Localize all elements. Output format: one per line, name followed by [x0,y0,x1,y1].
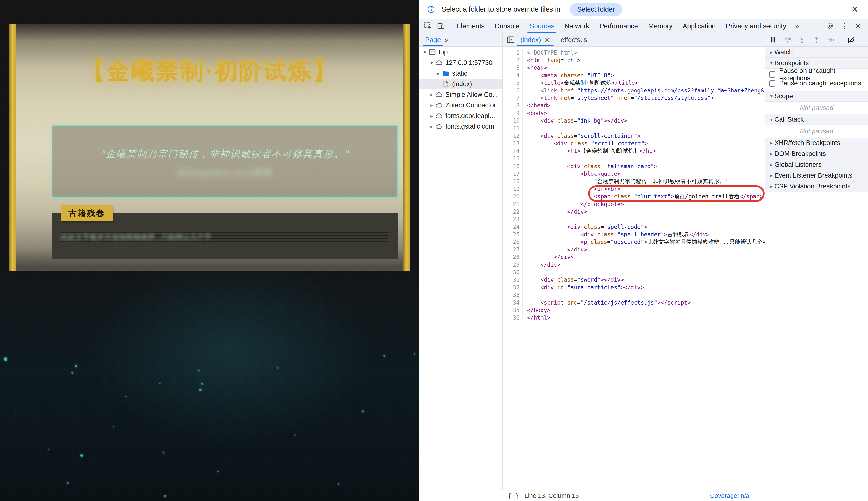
code-line-14[interactable]: 14 <h1>【金曦禁制·初阶试炼】</h1> [503,147,765,155]
devtools-kebab-menu-icon[interactable]: ⋮ [841,21,848,31]
section-expand-arrow-icon[interactable]: ▸ [768,162,774,168]
code-line-35[interactable]: 35</body> [503,306,765,314]
line-number[interactable]: 25 [503,231,523,238]
code-line-12[interactable]: 12 <div class="scroll-container"> [503,132,765,139]
tab-elements[interactable]: Elements [451,19,490,33]
infobar-close-icon[interactable]: ✕ [851,4,858,14]
select-folder-button[interactable]: Select folder [570,3,622,16]
code-line-15[interactable]: 15 [503,155,765,162]
line-number[interactable]: 13 [503,140,523,147]
section-expand-arrow-icon[interactable]: ▾ [768,93,774,99]
code-line-3[interactable]: 3<head> [503,64,765,72]
line-number[interactable]: 14 [503,147,523,155]
code-line-4[interactable]: 4 <meta charset="UTF-8"> [503,72,765,79]
line-number[interactable]: 17 [503,170,523,177]
line-number[interactable]: 7 [503,94,523,102]
tree-item--index-[interactable]: (index) [419,79,503,89]
line-number[interactable]: 23 [503,215,523,223]
code-line-9[interactable]: 9<body> [503,109,765,117]
file-tab-effects-js[interactable]: effects.js [555,33,592,46]
line-number[interactable]: 19 [503,185,523,193]
tree-item-127-0-0-1-57730[interactable]: ▾127.0.0.1:57730 [419,57,503,68]
tab-sources[interactable]: Sources [525,19,559,33]
code-line-31[interactable]: 31 <div class="sword"></div> [503,276,765,284]
sidebar-section-event-listener-breakpoints[interactable]: ▸Event Listener Breakpoints [765,170,868,181]
code-line-29[interactable]: 29 </div> [503,261,765,268]
line-number[interactable]: 11 [503,125,523,132]
coverage-link[interactable]: Coverage: n/a [710,492,749,500]
deactivate-breakpoints-icon[interactable] [847,35,856,44]
sidebar-section-watch[interactable]: ▸Watch [765,47,868,58]
line-number[interactable]: 30 [503,268,523,276]
tree-expand-arrow-icon[interactable]: ▾ [428,60,435,66]
line-number[interactable]: 16 [503,162,523,170]
toggle-navigator-icon[interactable] [506,35,515,44]
line-number[interactable]: 28 [503,253,523,261]
code-line-34[interactable]: 34 <script src="/static/js/effects.js"><… [503,299,765,306]
line-number[interactable]: 36 [503,314,523,321]
line-number[interactable]: 10 [503,117,523,125]
pretty-print-icon[interactable]: { } [508,492,519,499]
file-tab--index-[interactable]: (index)✕ [515,33,555,46]
tab-network[interactable]: Network [559,19,594,33]
sidebar-section-csp-violation-breakpoints[interactable]: ▸CSP Violation Breakpoints [765,181,868,192]
tree-expand-arrow-icon[interactable]: ▸ [428,92,435,97]
section-expand-arrow-icon[interactable]: ▸ [768,184,774,189]
line-number[interactable]: 29 [503,261,523,268]
line-number[interactable]: 8 [503,102,523,109]
device-toolbar-icon[interactable] [437,22,445,30]
line-number[interactable]: 1 [503,49,523,56]
code-line-17[interactable]: 17 <blockquote> [503,170,765,177]
code-line-21[interactable]: 21 </blockquote> [503,200,765,208]
navigator-tab-page[interactable]: Page [423,33,443,46]
line-number[interactable]: 5 [503,79,523,87]
checkbox-row-pause-on-uncaught-exceptions[interactable]: Pause on uncaught exceptions [765,70,868,79]
line-number[interactable]: 22 [503,208,523,215]
tab-application[interactable]: Application [678,19,721,33]
tab-memory[interactable]: Memory [643,19,678,33]
close-tab-icon[interactable]: ✕ [545,36,550,44]
section-expand-arrow-icon[interactable]: ▾ [768,117,774,122]
code-line-2[interactable]: 2<html lang="zh"> [503,56,765,64]
code-line-16[interactable]: 16 <div class="talisman-card"> [503,162,765,170]
tree-item-fonts-gstatic-com[interactable]: ▸fonts.gstatic.com [419,121,503,132]
code-line-25[interactable]: 25 <div class="spell-header">古籍残卷</div> [503,231,765,238]
line-number[interactable]: 33 [503,291,523,299]
line-number[interactable]: 24 [503,223,523,231]
code-line-8[interactable]: 8</head> [503,102,765,109]
settings-gear-icon[interactable] [826,22,835,30]
code-line-13[interactable]: 13 <div class="scroll-content"> [503,140,765,147]
code-line-36[interactable]: 36</html> [503,314,765,321]
line-number[interactable]: 31 [503,276,523,284]
code-line-24[interactable]: 24 <div class="spell-code"> [503,223,765,231]
code-line-19[interactable]: 19 <br><br> [503,185,765,193]
section-expand-arrow-icon[interactable]: ▸ [768,50,774,55]
tab-console[interactable]: Console [490,19,525,33]
tree-expand-arrow-icon[interactable]: ▸ [428,124,435,129]
code-line-20[interactable]: 20 <span class="blur-text">前往/golden_tra… [503,193,765,200]
tree-expand-arrow-icon[interactable]: ▸ [428,103,435,108]
code-line-30[interactable]: 30 [503,268,765,276]
code-line-28[interactable]: 28 </div> [503,253,765,261]
tree-expand-arrow-icon[interactable]: ▸ [428,113,435,119]
line-number[interactable]: 26 [503,238,523,246]
code-line-5[interactable]: 5 <title>金曦禁制·初阶试炼</title> [503,79,765,87]
line-number[interactable]: 2 [503,56,523,64]
line-number[interactable]: 12 [503,132,523,139]
tree-item-simple-allow-co-[interactable]: ▸Simple Allow Co... [419,89,503,100]
sidebar-section-global-listeners[interactable]: ▸Global Listeners [765,159,868,170]
code-line-27[interactable]: 27 </div> [503,246,765,253]
navigator-more-tabs-icon[interactable]: » [444,36,448,44]
tree-item-zotero-connector[interactable]: ▸Zotero Connector [419,100,503,110]
line-number[interactable]: 6 [503,87,523,94]
tree-item-static[interactable]: ▸static [419,68,503,79]
tab-performance[interactable]: Performance [594,19,643,33]
tab-privacy-and-security[interactable]: Privacy and security [721,19,791,33]
code-line-10[interactable]: 10 <div class="ink-bg"></div> [503,117,765,125]
sidebar-section-call-stack[interactable]: ▾Call Stack [765,114,868,125]
code-line-18[interactable]: 18 "金曦禁制乃宗门秘传，非神识敏锐者不可窥其真形。" [503,178,765,185]
inspect-element-icon[interactable] [424,22,432,30]
code-line-26[interactable]: 26 <p class="obscured">此处文字被岁月侵蚀模糊难辨...只… [503,238,765,246]
code-line-7[interactable]: 7 <link rel="stylesheet" href="/static/c… [503,94,765,102]
code-line-22[interactable]: 22 </div> [503,208,765,215]
